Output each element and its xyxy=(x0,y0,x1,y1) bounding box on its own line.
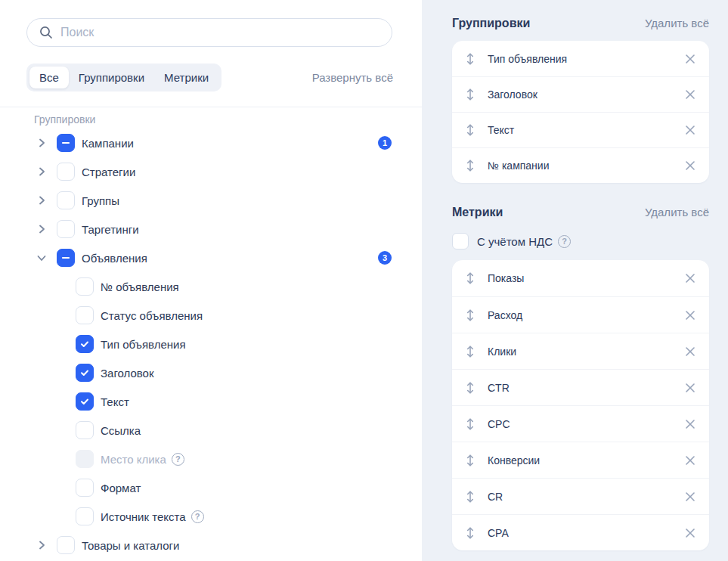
checkbox[interactable] xyxy=(76,392,94,411)
selected-column-label: Заголовок xyxy=(488,88,537,101)
filter-tab[interactable]: Все xyxy=(29,67,69,88)
fields-picker-panel: Все Группировки Метрики Развернуть всё Г… xyxy=(0,0,422,561)
groupings-header: Группировки Удалить всё xyxy=(452,17,709,30)
tree-item[interactable]: Тип объявления xyxy=(26,330,393,358)
chevron-icon[interactable] xyxy=(36,252,48,264)
checkbox[interactable] xyxy=(76,450,94,468)
tree-item[interactable]: Стратегии xyxy=(26,157,393,186)
remove-icon[interactable] xyxy=(685,125,695,135)
checkbox[interactable] xyxy=(76,479,94,497)
help-icon[interactable]: ? xyxy=(191,510,204,523)
search-icon xyxy=(39,26,53,39)
selected-column-row: CTR xyxy=(452,369,709,405)
drag-handle-icon[interactable] xyxy=(466,158,475,173)
remove-icon[interactable] xyxy=(685,455,695,466)
remove-icon[interactable] xyxy=(685,346,695,357)
chevron-icon[interactable] xyxy=(36,194,48,206)
metrics-section: Метрики Удалить всё С учётом НДС ? Показ… xyxy=(452,206,709,550)
vat-checkbox[interactable] xyxy=(452,233,469,250)
tree-item[interactable]: № объявления xyxy=(26,272,393,301)
drag-handle-icon[interactable] xyxy=(466,51,475,67)
remove-icon[interactable] xyxy=(685,491,695,502)
groupings-clear-all-link[interactable]: Удалить всё xyxy=(645,17,709,29)
tree-item-label: Товары и каталоги xyxy=(82,539,179,552)
help-icon[interactable]: ? xyxy=(558,235,571,248)
metrics-title: Метрики xyxy=(452,206,503,219)
tree-item[interactable]: Товары и каталоги xyxy=(26,531,393,559)
checkbox[interactable] xyxy=(57,249,75,267)
checkbox[interactable] xyxy=(57,191,75,209)
drag-handle-icon[interactable] xyxy=(466,525,475,541)
checkbox[interactable] xyxy=(76,421,94,439)
tree-item[interactable]: Группы xyxy=(26,186,393,215)
remove-icon[interactable] xyxy=(685,273,695,284)
help-icon[interactable]: ? xyxy=(172,453,184,466)
drag-handle-icon[interactable] xyxy=(466,453,475,468)
tree-item[interactable]: Ссылка xyxy=(26,416,393,445)
checkbox[interactable] xyxy=(57,220,75,238)
selected-column-label: CTR xyxy=(488,382,510,394)
remove-icon[interactable] xyxy=(685,528,695,538)
groupings-title: Группировки xyxy=(452,17,530,30)
remove-icon[interactable] xyxy=(685,383,695,393)
tree-item-label: Объявления xyxy=(82,252,147,265)
checkbox[interactable] xyxy=(57,163,75,181)
tree-item[interactable]: Текст xyxy=(26,387,393,416)
tab-label: Все xyxy=(39,71,59,84)
tree-item-label: Текст xyxy=(101,395,129,408)
tree-item[interactable]: Источник текста ? xyxy=(26,502,393,531)
tree-item-label: Источник текста xyxy=(101,510,186,523)
groupings-list: Тип объявления Заголовок xyxy=(452,41,709,183)
selected-column-label: № кампании xyxy=(488,160,550,172)
checkbox[interactable] xyxy=(76,306,94,324)
search-box[interactable] xyxy=(26,18,392,47)
tree-item-label: Ссылка xyxy=(101,424,141,437)
drag-handle-icon[interactable] xyxy=(466,344,475,359)
tabs-row: Все Группировки Метрики Развернуть всё xyxy=(26,64,393,91)
selected-column-row: Клики xyxy=(452,333,709,369)
tree-item[interactable]: Таргетинги xyxy=(26,215,393,243)
checkbox[interactable] xyxy=(57,134,75,152)
filter-tab[interactable]: Группировки xyxy=(69,67,154,88)
tab-label: Метрики xyxy=(164,71,209,84)
groupings-section: Группировки Удалить всё Тип объявления xyxy=(452,17,709,183)
drag-handle-icon[interactable] xyxy=(466,380,475,395)
remove-icon[interactable] xyxy=(685,419,695,429)
checkbox[interactable] xyxy=(76,277,94,296)
tree-item[interactable]: Кампании 1 xyxy=(26,129,393,157)
metrics-clear-all-link[interactable]: Удалить всё xyxy=(645,206,709,219)
checkbox[interactable] xyxy=(76,364,94,382)
metrics-header: Метрики Удалить всё xyxy=(452,206,709,219)
tree-item[interactable]: Статус объявления xyxy=(26,301,393,330)
remove-icon[interactable] xyxy=(685,310,695,321)
remove-icon[interactable] xyxy=(685,54,695,64)
checkbox[interactable] xyxy=(76,335,94,353)
filter-tab[interactable]: Метрики xyxy=(154,67,218,88)
drag-handle-icon[interactable] xyxy=(466,489,475,504)
checkbox[interactable] xyxy=(76,507,94,525)
checkbox[interactable] xyxy=(57,536,75,554)
tree-item[interactable]: Место клика ? xyxy=(26,445,393,473)
expand-all-link[interactable]: Развернуть всё xyxy=(312,71,393,84)
drag-handle-icon[interactable] xyxy=(466,122,475,138)
search-input[interactable] xyxy=(60,26,379,39)
tree-item[interactable]: Объявления 3 xyxy=(26,243,393,272)
remove-icon[interactable] xyxy=(685,160,695,171)
chevron-icon[interactable] xyxy=(36,539,48,551)
drag-handle-icon[interactable] xyxy=(466,271,475,286)
tree-item[interactable]: Формат xyxy=(26,473,393,502)
selected-column-row: CPC xyxy=(452,405,709,442)
check-icon xyxy=(79,396,90,407)
chevron-icon[interactable] xyxy=(36,223,48,235)
drag-handle-icon[interactable] xyxy=(466,417,475,432)
selected-column-row: № кампании xyxy=(452,147,709,183)
chevron-icon[interactable] xyxy=(36,166,48,178)
drag-handle-icon[interactable] xyxy=(466,308,475,323)
remove-icon[interactable] xyxy=(685,89,695,100)
selected-column-label: CR xyxy=(488,491,503,503)
vat-row: С учётом НДС ? xyxy=(452,233,709,250)
tree-item[interactable]: Заголовок xyxy=(26,358,393,387)
tree-item-label: Стратегии xyxy=(82,166,135,178)
chevron-icon[interactable] xyxy=(36,137,48,149)
drag-handle-icon[interactable] xyxy=(466,87,475,102)
